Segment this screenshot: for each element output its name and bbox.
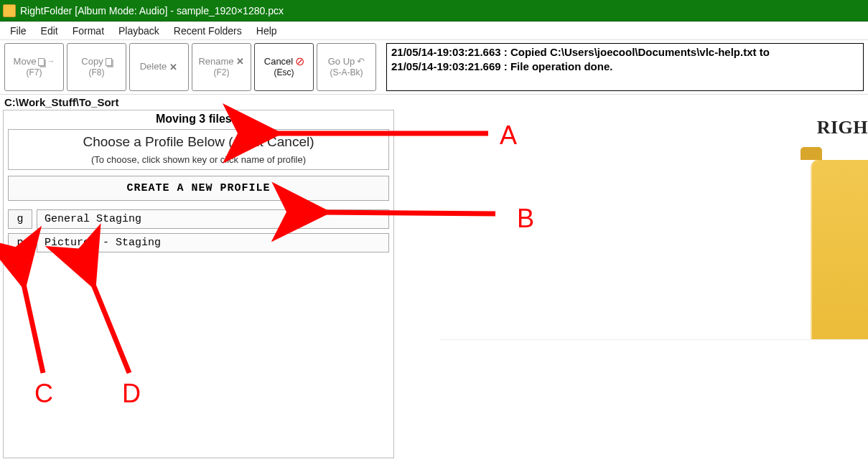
toolbar: Move → (F7) Copy (F8) Delete ✕ Rename ✕ … xyxy=(0,40,868,95)
move-button-hotkey: (F7) xyxy=(27,67,42,78)
undo-icon: ↶ xyxy=(357,56,365,67)
choose-profile-sub: (To choose, click shown key or click nam… xyxy=(9,153,388,169)
log-line-1: 21/05/14-19:03:21.663 : Copied C:\Users\… xyxy=(391,45,859,60)
window-title: RightFolder [Album Mode: Audio] - sample… xyxy=(20,5,284,16)
arrow-right-icon: → xyxy=(47,57,55,67)
profile-key-button[interactable]: p xyxy=(8,233,32,252)
x-icon: ✕ xyxy=(169,63,178,72)
choose-profile-main: Choose a Profile Below (or hit Cancel) xyxy=(9,130,388,153)
menu-edit[interactable]: Edit xyxy=(34,24,65,38)
cancel-icon: ⊘ xyxy=(295,57,304,66)
copy-button-label: Copy xyxy=(81,56,103,67)
menu-file[interactable]: File xyxy=(3,24,34,38)
menubar: File Edit Format Playback Recent Folders… xyxy=(0,22,868,40)
delete-button[interactable]: Delete ✕ xyxy=(129,43,189,91)
copy-button[interactable]: Copy (F8) xyxy=(67,43,126,91)
content-area: Moving 3 files... Choose a Profile Below… xyxy=(0,110,868,458)
profile-row: g General Staging xyxy=(8,209,389,229)
preview-blank-area xyxy=(440,339,868,458)
rename-button-label: Rename xyxy=(198,56,233,67)
delete-button-label: Delete xyxy=(140,61,167,72)
log-line-2: 21/05/14-19:03:21.669 : File operation d… xyxy=(391,60,859,74)
cancel-button-hotkey: (Esc) xyxy=(274,67,294,78)
move-button-label: Move xyxy=(14,56,37,67)
app-banner-cropped: Righ xyxy=(817,117,868,138)
app-icon xyxy=(3,4,16,17)
current-path: C:\Work_Stuff\To_Sort xyxy=(0,95,868,110)
copy-icon xyxy=(106,58,112,66)
menu-playback[interactable]: Playback xyxy=(111,24,167,38)
choose-profile-header: Choose a Profile Below (or hit Cancel) (… xyxy=(8,129,389,170)
cancel-button[interactable]: Cancel ⊘ (Esc) xyxy=(254,43,314,91)
cancel-button-label: Cancel xyxy=(264,56,293,67)
menu-format[interactable]: Format xyxy=(65,24,111,38)
create-profile-button[interactable]: CREATE A NEW PROFILE xyxy=(8,176,389,201)
menu-help[interactable]: Help xyxy=(249,24,284,38)
profile-panel: Moving 3 files... Choose a Profile Below… xyxy=(3,110,394,458)
log-panel: 21/05/14-19:03:21.663 : Copied C:\Users\… xyxy=(386,43,864,91)
go-up-button[interactable]: Go Up ↶ (S-A-Bk) xyxy=(317,43,376,91)
rename-button[interactable]: Rename ✕ (F2) xyxy=(192,43,251,91)
window-titlebar: RightFolder [Album Mode: Audio] - sample… xyxy=(0,0,868,22)
file-icon xyxy=(38,58,45,66)
profile-name-button[interactable]: Pictures - Staging xyxy=(37,233,389,252)
profile-name-button[interactable]: General Staging xyxy=(37,209,389,229)
copy-button-hotkey: (F8) xyxy=(89,67,105,78)
move-button[interactable]: Move → (F7) xyxy=(4,43,64,91)
x-icon: ✕ xyxy=(236,57,245,66)
folder-tab-icon xyxy=(801,147,822,160)
rename-button-hotkey: (F2) xyxy=(214,67,230,78)
preview-pane: Righ xyxy=(400,110,868,458)
menu-recent[interactable]: Recent Folders xyxy=(167,24,249,38)
operation-title: Moving 3 files... xyxy=(4,110,393,128)
profile-row: p Pictures - Staging xyxy=(8,233,389,252)
profile-key-button[interactable]: g xyxy=(8,209,32,229)
go-up-button-label: Go Up xyxy=(328,56,355,67)
go-up-button-hotkey: (S-A-Bk) xyxy=(330,67,363,78)
